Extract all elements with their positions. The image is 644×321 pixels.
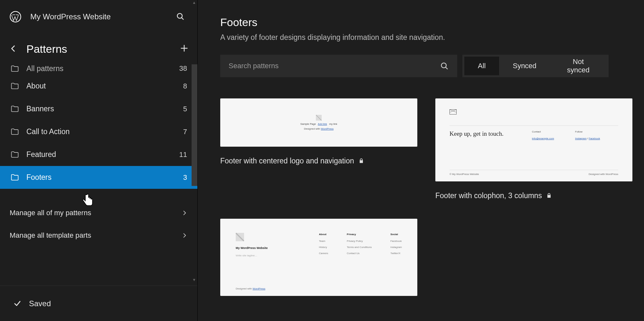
- pattern-grid: Sample Page Add link my link Designed wi…: [220, 98, 609, 296]
- category-item-banners[interactable]: Banners 5: [0, 97, 197, 120]
- search-input[interactable]: [229, 62, 440, 70]
- pattern-card: Keep up, get in touch. Contact info@exam…: [435, 98, 632, 202]
- sidebar-header: My WordPress Website: [0, 0, 197, 33]
- category-label: Footers: [26, 173, 183, 182]
- category-item-featured[interactable]: Featured 11: [0, 143, 197, 166]
- pattern-card: Sample Page Add link my link Designed wi…: [220, 98, 417, 167]
- manage-links: Manage all of my patterns Manage all tem…: [0, 189, 197, 247]
- folder-icon: [10, 105, 19, 114]
- chevron-left-icon: [9, 44, 18, 54]
- category-count: 3: [183, 173, 187, 182]
- category-item-call-to-action[interactable]: Call to Action 7: [0, 120, 197, 143]
- page-title: Footers: [220, 16, 609, 29]
- pattern-actions-button[interactable]: [404, 154, 417, 167]
- category-count: 38: [179, 64, 187, 73]
- sidebar: ▲ My WordPress Website Patterns: [0, 0, 198, 321]
- pattern-preview[interactable]: Keep up, get in touch. Contact info@exam…: [435, 98, 632, 181]
- folder-icon: [10, 150, 19, 159]
- filter-all-button[interactable]: All: [464, 57, 499, 75]
- folder-icon: [10, 173, 19, 182]
- category-item-about[interactable]: About 8: [0, 75, 197, 97]
- manage-link-label: Manage all template parts: [10, 231, 91, 240]
- search-patterns-field[interactable]: [220, 55, 457, 77]
- category-label: About: [26, 82, 183, 90]
- envelope-icon: [450, 109, 457, 115]
- category-label: Featured: [26, 150, 179, 159]
- category-label: Call to Action: [26, 127, 183, 136]
- chevron-right-icon: [181, 232, 188, 239]
- chevron-right-icon: [181, 210, 188, 216]
- wordpress-logo-icon[interactable]: [10, 11, 21, 23]
- svg-point-0: [10, 12, 21, 22]
- pattern-card: My WordPress Website Write site tagline……: [220, 219, 417, 296]
- category-item-footers[interactable]: Footers 3: [0, 166, 197, 189]
- toolbar: All Synced Not synced: [220, 55, 609, 77]
- scrollbar-track[interactable]: [192, 64, 197, 186]
- check-icon: [13, 299, 22, 308]
- pattern-title: Footer with centered logo and navigation: [220, 157, 354, 165]
- category-count: 5: [183, 105, 187, 113]
- category-label: All patterns: [26, 64, 179, 73]
- saved-status: Saved: [0, 286, 197, 321]
- folder-icon: [10, 64, 19, 73]
- scroll-triangle-bottom-icon[interactable]: ▼: [191, 277, 197, 282]
- category-label: Banners: [26, 105, 183, 113]
- search-icon: [440, 61, 449, 70]
- category-count: 11: [179, 151, 187, 159]
- preview-headline: Keep up, get in touch.: [450, 130, 532, 140]
- manage-my-patterns-link[interactable]: Manage all of my patterns: [0, 202, 197, 224]
- preview-logo-icon: [316, 115, 322, 121]
- category-count: 8: [183, 82, 187, 90]
- manage-link-label: Manage all of my patterns: [10, 209, 91, 217]
- search-icon: [176, 12, 185, 22]
- scroll-triangle-top-icon[interactable]: ▲: [191, 0, 197, 5]
- pattern-preview[interactable]: Sample Page Add link my link Designed wi…: [220, 98, 417, 147]
- lock-icon: [546, 192, 552, 199]
- pattern-actions-button[interactable]: [620, 189, 632, 202]
- search-site-button[interactable]: [173, 9, 188, 24]
- manage-template-parts-link[interactable]: Manage all template parts: [0, 224, 197, 247]
- site-title: My WordPress Website: [30, 12, 173, 21]
- back-button[interactable]: [6, 41, 21, 56]
- sidebar-section-header: Patterns: [0, 33, 197, 64]
- add-pattern-button[interactable]: [177, 41, 192, 56]
- pattern-title: Footer with colophon, 3 columns: [435, 191, 542, 200]
- sync-filter: All Synced Not synced: [462, 55, 609, 77]
- category-count: 7: [183, 128, 187, 136]
- filter-synced-button[interactable]: Synced: [499, 57, 550, 75]
- category-list: All patterns 38 About 8 Banners 5 Call t…: [0, 64, 197, 189]
- preview-credit: Designed with WordPress: [304, 127, 334, 130]
- lock-icon: [358, 158, 365, 164]
- folder-icon: [10, 127, 19, 136]
- filter-not-synced-button[interactable]: Not synced: [550, 57, 607, 75]
- category-item-all-patterns[interactable]: All patterns 38: [0, 64, 197, 75]
- preview-logo-icon: [236, 233, 244, 241]
- saved-label: Saved: [29, 299, 51, 308]
- sidebar-section-title: Patterns: [26, 43, 177, 55]
- page-description: A variety of footer designs displaying i…: [220, 33, 609, 42]
- folder-icon: [10, 82, 19, 91]
- plus-icon: [180, 42, 189, 56]
- main-content: Footers A variety of footer designs disp…: [198, 0, 644, 321]
- pattern-preview[interactable]: My WordPress Website Write site tagline……: [220, 219, 417, 296]
- preview-nav: Sample Page Add link my link: [300, 123, 337, 125]
